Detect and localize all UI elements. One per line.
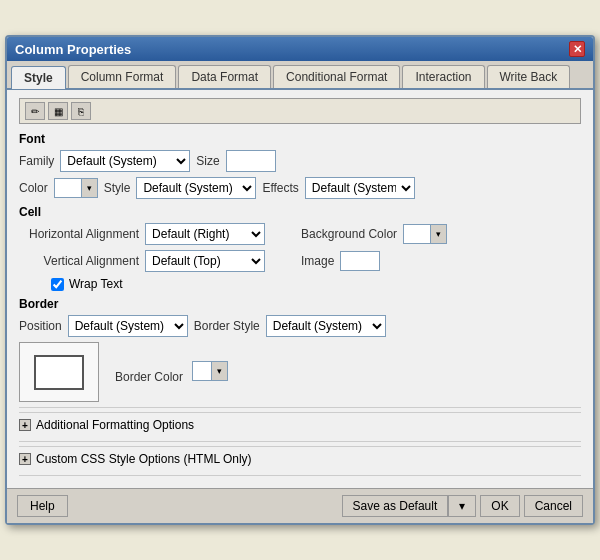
h-align-label: Horizontal Alignment <box>29 227 139 241</box>
tab-bar: Style Column Format Data Format Conditio… <box>7 61 593 90</box>
font-color-row: Color ▾ Style Default (System) Effects D… <box>19 177 581 199</box>
bg-color-box[interactable] <box>403 224 431 244</box>
footer-right: Save as Default ▾ OK Cancel <box>342 495 583 517</box>
border-color-dropdown-icon[interactable]: ▾ <box>212 361 228 381</box>
toolbar-table-icon[interactable]: ▦ <box>48 102 68 120</box>
image-group: Image <box>301 251 380 271</box>
effects-label: Effects <box>262 181 298 195</box>
additional-formatting-label: Additional Formatting Options <box>36 418 194 432</box>
border-style-select[interactable]: Default (System) <box>266 315 386 337</box>
family-label: Family <box>19 154 54 168</box>
wrap-text-row: Wrap Text <box>51 277 581 291</box>
h-align-select[interactable]: Default (Right) <box>145 223 265 245</box>
h-align-row: Horizontal Alignment Default (Right) Bac… <box>29 223 581 245</box>
additional-expander-icon[interactable]: + <box>19 419 31 431</box>
bg-color-group: Background Color ▾ <box>301 224 447 244</box>
v-align-select[interactable]: Default (Top) <box>145 250 265 272</box>
border-inner-preview <box>34 355 84 390</box>
font-color-picker[interactable]: ▾ <box>54 178 98 198</box>
ok-button[interactable]: OK <box>480 495 519 517</box>
border-style-label: Border Style <box>194 319 260 333</box>
title-bar: Column Properties ✕ <box>7 37 593 61</box>
tab-write-back[interactable]: Write Back <box>487 65 571 88</box>
dialog-title: Column Properties <box>15 42 131 57</box>
size-label: Size <box>196 154 219 168</box>
font-family-row: Family Default (System) Size <box>19 150 581 172</box>
border-preview-row: Border Color ▾ <box>19 342 581 402</box>
column-properties-dialog: Column Properties ✕ Style Column Format … <box>5 35 595 525</box>
wrap-text-checkbox[interactable] <box>51 278 64 291</box>
v-align-row: Vertical Alignment Default (Top) Image <box>29 250 581 272</box>
cell-section-label: Cell <box>19 205 581 219</box>
tab-column-format[interactable]: Column Format <box>68 65 177 88</box>
border-color-group: Border Color ▾ <box>115 361 228 384</box>
custom-css-row[interactable]: + Custom CSS Style Options (HTML Only) <box>19 446 581 471</box>
border-color-label: Border Color <box>115 370 183 384</box>
border-preview <box>19 342 99 402</box>
family-select[interactable]: Default (System) <box>60 150 190 172</box>
bg-color-label: Background Color <box>301 227 397 241</box>
tab-data-format[interactable]: Data Format <box>178 65 271 88</box>
dialog-footer: Help Save as Default ▾ OK Cancel <box>7 488 593 523</box>
divider-2 <box>19 441 581 442</box>
border-color-picker[interactable]: ▾ <box>192 361 228 381</box>
image-label: Image <box>301 254 334 268</box>
position-select[interactable]: Default (System) <box>68 315 188 337</box>
border-color-box[interactable] <box>192 361 212 381</box>
content-area: ✏ ▦ ⎘ Font Family Default (System) Size … <box>7 90 593 488</box>
font-color-dropdown-icon[interactable]: ▾ <box>82 178 98 198</box>
divider-3 <box>19 475 581 476</box>
border-section-label: Border <box>19 297 581 311</box>
cell-section: Horizontal Alignment Default (Right) Bac… <box>29 223 581 291</box>
font-section-label: Font <box>19 132 581 146</box>
toolbar-copy-icon[interactable]: ⎘ <box>71 102 91 120</box>
toolbar-pencil-icon[interactable]: ✏ <box>25 102 45 120</box>
position-label: Position <box>19 319 62 333</box>
custom-css-label: Custom CSS Style Options (HTML Only) <box>36 452 252 466</box>
divider-1 <box>19 407 581 408</box>
footer-left: Help <box>17 495 68 517</box>
font-color-box[interactable] <box>54 178 82 198</box>
wrap-text-label: Wrap Text <box>69 277 123 291</box>
save-default-button[interactable]: Save as Default <box>342 495 449 517</box>
save-default-group: Save as Default ▾ <box>342 495 477 517</box>
size-input[interactable] <box>226 150 276 172</box>
tab-interaction[interactable]: Interaction <box>402 65 484 88</box>
image-input[interactable] <box>340 251 380 271</box>
border-position-row: Position Default (System) Border Style D… <box>19 315 581 337</box>
v-align-label: Vertical Alignment <box>29 254 139 268</box>
css-expander-icon[interactable]: + <box>19 453 31 465</box>
close-button[interactable]: ✕ <box>569 41 585 57</box>
tab-conditional-format[interactable]: Conditional Format <box>273 65 400 88</box>
effects-select[interactable]: Default (System) <box>305 177 415 199</box>
save-default-dropdown-button[interactable]: ▾ <box>448 495 476 517</box>
style-label: Style <box>104 181 131 195</box>
additional-formatting-row[interactable]: + Additional Formatting Options <box>19 412 581 437</box>
style-toolbar: ✏ ▦ ⎘ <box>19 98 581 124</box>
style-select[interactable]: Default (System) <box>136 177 256 199</box>
cancel-button[interactable]: Cancel <box>524 495 583 517</box>
bg-color-dropdown-icon[interactable]: ▾ <box>431 224 447 244</box>
help-button[interactable]: Help <box>17 495 68 517</box>
color-label: Color <box>19 181 48 195</box>
bg-color-picker[interactable]: ▾ <box>403 224 447 244</box>
tab-style[interactable]: Style <box>11 66 66 89</box>
